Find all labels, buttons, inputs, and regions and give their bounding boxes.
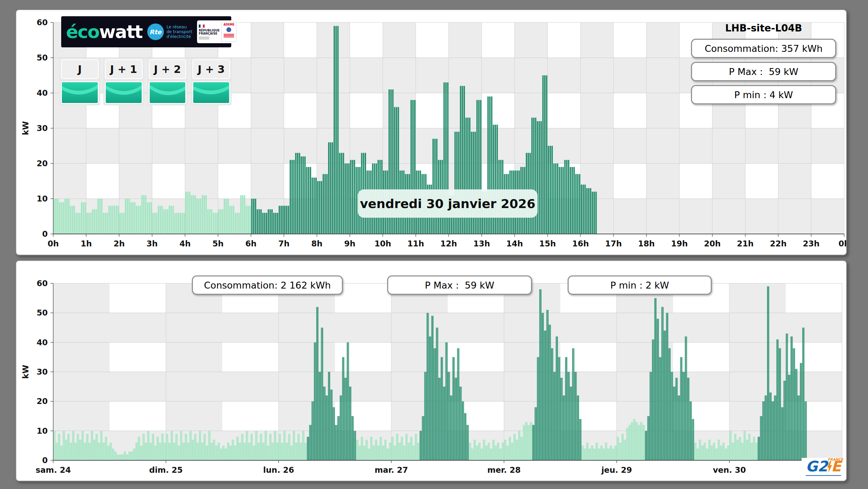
ecowatt-banner: écowatt Rte Le réseau de transport d'éle… (61, 16, 231, 47)
republique-motto-lines (199, 36, 209, 39)
daily-consumption-badge: Consommation: 357 kWh (691, 39, 836, 58)
svg-text:0: 0 (42, 456, 48, 465)
svg-text:50: 50 (37, 308, 48, 317)
day-selector: J J + 1 J + 2 J + 3 (59, 58, 232, 105)
ademe-label: ADEME (224, 23, 235, 26)
svg-text:4h: 4h (179, 239, 190, 248)
ecowatt-dashboard: 0h1h2h3h4h5h6h7h8h9h10h11h12h13h14h15h16… (0, 0, 868, 489)
ademe-globe-icon (226, 27, 231, 32)
svg-text:40: 40 (37, 338, 48, 347)
svg-text:lun. 26: lun. 26 (263, 466, 294, 474)
svg-text:1h: 1h (81, 239, 92, 248)
svg-text:8h: 8h (311, 239, 322, 248)
svg-text:15h: 15h (539, 239, 556, 248)
svg-text:3h: 3h (147, 239, 158, 248)
ecowatt-gauge-j (61, 81, 99, 104)
day-button-j1[interactable]: J + 1 (105, 59, 143, 79)
svg-text:12h: 12h (440, 239, 457, 248)
svg-text:13h: 13h (473, 239, 490, 248)
weekly-pmin-badge: P min : 2 kW (568, 275, 712, 295)
g2e-logo-inner: G2EFRANCE (806, 459, 841, 474)
g2e-logo: G2EFRANCE (802, 458, 845, 479)
svg-text:16h: 16h (572, 239, 589, 248)
ecowatt-gauge-j2 (149, 81, 187, 104)
svg-text:22h: 22h (770, 239, 786, 248)
rte-circle-icon: Rte (147, 23, 164, 40)
svg-text:20h: 20h (704, 239, 720, 248)
day-button-j2[interactable]: J + 2 (149, 59, 187, 79)
ademe-tagline-lines (224, 33, 234, 37)
svg-text:ven. 30: ven. 30 (713, 466, 746, 474)
svg-text:23h: 23h (803, 239, 819, 248)
svg-text:9h: 9h (344, 239, 355, 248)
selected-date-label: vendredi 30 janvier 2026 (358, 189, 538, 218)
rte-tagline-line3: d'électricité (167, 34, 192, 39)
svg-text:2h: 2h (113, 239, 124, 248)
rte-tagline-line2: de transport (167, 29, 192, 34)
svg-text:kW: kW (21, 365, 30, 379)
g2e-tagline-rule (806, 475, 841, 476)
weekly-pmax-badge: P Max : 59 kW (387, 275, 532, 295)
lightning-icon (827, 461, 832, 473)
site-title: LHB-site-L04B (691, 22, 836, 34)
svg-text:60: 60 (37, 279, 48, 288)
ecowatt-logo: écowatt (66, 23, 142, 41)
svg-text:30: 30 (37, 124, 48, 133)
ecowatt-gauge-j3 (192, 81, 230, 104)
svg-text:6h: 6h (245, 239, 256, 248)
svg-text:5h: 5h (212, 239, 223, 248)
republique-francaise-logo: RÉPUBLIQUE FRANÇAISE (199, 25, 220, 39)
daily-chart-panel: 0h1h2h3h4h5h6h7h8h9h10h11h12h13h14h15h16… (16, 9, 847, 255)
svg-text:0h: 0h (48, 239, 59, 248)
daily-pmax-badge: P Max : 59 kW (691, 62, 836, 81)
svg-text:17h: 17h (605, 239, 622, 248)
svg-text:40: 40 (37, 88, 48, 97)
day-button-j3[interactable]: J + 3 (192, 59, 230, 79)
svg-text:10: 10 (37, 194, 48, 203)
svg-text:mer. 28: mer. 28 (487, 466, 521, 474)
svg-text:10: 10 (37, 426, 48, 435)
gov-logos: RÉPUBLIQUE FRANÇAISE ADEME (197, 20, 238, 43)
svg-text:kW: kW (21, 121, 30, 135)
day-column-j3: J + 3 (191, 58, 232, 105)
svg-text:60: 60 (37, 18, 48, 27)
svg-text:19h: 19h (671, 239, 688, 248)
day-column-j2: J + 2 (147, 58, 188, 105)
republique-label-line2: FRANÇAISE (199, 32, 217, 36)
svg-text:20: 20 (37, 397, 48, 406)
svg-text:7h: 7h (278, 239, 289, 248)
rte-tagline-line1: Le réseau (167, 25, 192, 29)
svg-text:dim. 25: dim. 25 (149, 466, 183, 474)
rte-logo: Rte Le réseau de transport d'électricité (147, 23, 192, 40)
svg-text:20: 20 (37, 159, 48, 168)
svg-text:10h: 10h (374, 239, 391, 248)
ecowatt-logo-watt: watt (99, 21, 142, 42)
svg-text:30: 30 (37, 367, 48, 376)
day-button-j[interactable]: J (61, 59, 99, 79)
ademe-logo: ADEME (221, 22, 236, 42)
svg-text:mar. 27: mar. 27 (375, 466, 408, 474)
svg-text:jeu. 29: jeu. 29 (601, 466, 632, 474)
day-column-j1: J + 1 (103, 58, 144, 105)
day-column-j: J (59, 58, 100, 105)
weekly-chart-panel: sam. 24dim. 25lun. 26mar. 27mer. 28jeu. … (16, 260, 847, 481)
rte-tagline: Le réseau de transport d'électricité (167, 25, 192, 39)
svg-text:21h: 21h (737, 239, 754, 248)
svg-text:18h: 18h (638, 239, 655, 248)
g2e-logo-france: FRANCE (828, 458, 843, 461)
svg-text:11h: 11h (407, 239, 424, 248)
svg-text:14h: 14h (506, 239, 523, 248)
ecowatt-logo-eco: éco (66, 21, 99, 42)
daily-pmin-badge: P min : 4 kW (691, 85, 836, 104)
svg-text:50: 50 (37, 53, 48, 62)
weekly-consumption-badge: Consommation: 2 162 kWh (192, 275, 343, 295)
g2e-logo-g2: G2 (806, 458, 828, 475)
svg-text:sam. 24: sam. 24 (36, 466, 71, 474)
svg-text:0: 0 (42, 229, 48, 238)
ecowatt-gauge-j1 (105, 81, 143, 104)
svg-text:0h: 0h (839, 239, 846, 248)
french-flag-icon (199, 25, 205, 28)
